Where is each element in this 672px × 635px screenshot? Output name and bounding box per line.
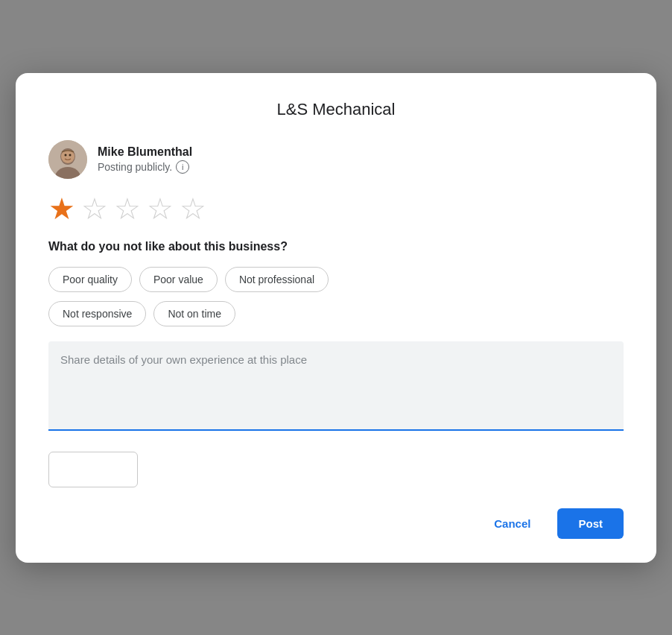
stars-row: ★ ☆ ☆ ☆ ☆ [48,194,624,224]
avatar [48,140,87,179]
user-row: Mike Blumenthal Posting publicly. i [48,140,624,179]
modal-dialog: L&S Mechanical Mike Blumenthal Posting p [16,73,656,563]
textarea-wrapper [48,341,624,434]
question-label: What do you not like about this business… [48,240,624,253]
svg-point-5 [69,154,72,156]
tag-not-responsive[interactable]: Not responsive [48,301,146,326]
tag-poor-quality[interactable]: Poor quality [48,267,132,292]
photo-button[interactable] [48,452,138,487]
star-5[interactable]: ☆ [180,194,206,224]
star-3[interactable]: ☆ [114,194,141,224]
review-textarea[interactable] [48,341,624,431]
posting-public-row: Posting publicly. i [98,160,192,174]
backdrop: L&S Mechanical Mike Blumenthal Posting p [0,0,672,635]
svg-point-4 [65,154,67,156]
user-info: Mike Blumenthal Posting publicly. i [98,145,192,174]
tag-poor-value[interactable]: Poor value [139,267,218,292]
user-name: Mike Blumenthal [98,145,192,159]
tag-not-on-time[interactable]: Not on time [153,301,235,326]
tags-row-2: Not responsive Not on time [48,301,624,326]
post-button[interactable]: Post [557,508,624,539]
posting-public-label: Posting publicly. [98,161,172,173]
info-icon[interactable]: i [176,160,189,174]
star-2[interactable]: ☆ [81,194,108,224]
modal-title: L&S Mechanical [48,100,624,119]
cancel-button[interactable]: Cancel [476,508,548,539]
footer-buttons: Cancel Post [48,508,624,539]
tags-row: Poor quality Poor value Not professional [48,267,624,292]
tag-not-professional[interactable]: Not professional [225,267,329,292]
photo-btn-wrapper [48,452,624,502]
star-4[interactable]: ☆ [147,194,174,224]
star-1[interactable]: ★ [48,194,75,224]
